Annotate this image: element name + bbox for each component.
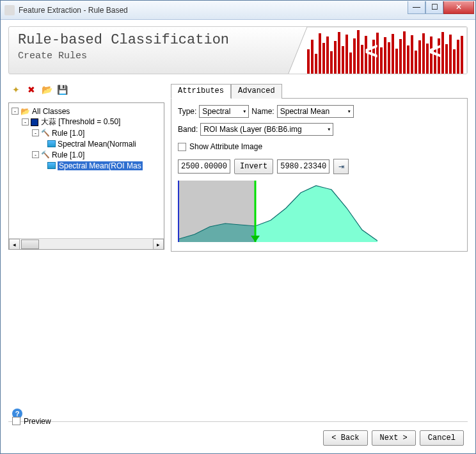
svg-rect-22	[388, 42, 390, 74]
svg-rect-7	[330, 51, 333, 74]
tree-pane: ✦ ✖ 📂 💾 -📂All Classes -大蒜 [Threshold = 0…	[8, 83, 164, 416]
tree-leaf-2-selected[interactable]: Spectral Mean(ROI Mas	[10, 160, 163, 171]
tree-root[interactable]: -📂All Classes	[10, 106, 163, 117]
invert-button[interactable]: Invert	[234, 159, 273, 174]
scroll-left-icon[interactable]: ◂	[9, 239, 20, 250]
tree-leaf-1[interactable]: Spectral Mean(Normali	[10, 138, 163, 149]
scroll-thumb[interactable]	[21, 239, 39, 249]
svg-rect-30	[418, 40, 421, 74]
svg-rect-3	[315, 54, 317, 74]
content: ✦ ✖ 📂 💾 -📂All Classes -大蒜 [Threshold = 0…	[1, 74, 475, 420]
add-class-icon[interactable]: ✦	[10, 83, 22, 96]
svg-rect-25	[399, 39, 402, 74]
preview-label: Preview	[24, 417, 51, 426]
titlebar[interactable]: Feature Extraction - Rule Based — ☐ ✕	[1, 1, 475, 20]
svg-rect-11	[345, 35, 348, 74]
svg-rect-13	[353, 38, 356, 74]
svg-rect-23	[392, 34, 394, 74]
tree-scrollbar[interactable]: ◂ ▸	[9, 238, 164, 249]
header-graphic: < <	[288, 27, 467, 74]
svg-rect-5	[322, 43, 325, 74]
svg-rect-39	[453, 49, 456, 74]
max-value-input[interactable]	[277, 159, 329, 174]
show-attribute-label: Show Attribute Image	[189, 142, 262, 151]
svg-rect-41	[461, 36, 463, 74]
svg-rect-10	[342, 46, 344, 74]
tree-rule-1[interactable]: -🔨Rule [1.0]	[10, 127, 163, 138]
attributes-pane: Attributes Advanced Type: Spectral Name:…	[171, 83, 468, 416]
type-label: Type:	[178, 107, 196, 116]
footer: Preview < Back Next > Cancel	[8, 421, 468, 453]
next-button[interactable]: Next >	[372, 430, 416, 446]
tree-rule-2[interactable]: -🔨Rule [1.0]	[10, 149, 163, 160]
svg-rect-21	[384, 37, 386, 74]
svg-rect-1	[307, 49, 310, 74]
svg-rect-4	[319, 33, 321, 74]
minimize-button[interactable]: —	[408, 1, 425, 14]
save-icon[interactable]: 💾	[56, 83, 68, 96]
page-title: Rule-based Classification	[18, 32, 229, 48]
delete-icon[interactable]: ✖	[25, 83, 38, 96]
open-folder-icon[interactable]: 📂	[40, 83, 53, 96]
svg-rect-20	[380, 47, 383, 74]
scroll-right-icon[interactable]: ▸	[153, 239, 164, 250]
svg-rect-40	[457, 40, 459, 74]
min-value-input[interactable]	[178, 159, 230, 174]
tree-toolbar: ✦ ✖ 📂 💾	[8, 83, 164, 99]
show-attribute-checkbox[interactable]	[178, 143, 186, 151]
svg-rect-2	[311, 40, 313, 74]
svg-rect-24	[395, 49, 398, 74]
svg-rect-12	[349, 53, 352, 74]
tab-advanced[interactable]: Advanced	[231, 84, 282, 99]
tab-body: Type: Spectral Name: Spectral Mean Band:…	[171, 99, 468, 252]
preview-checkbox[interactable]	[12, 417, 20, 425]
back-button[interactable]: < Back	[323, 430, 367, 446]
svg-rect-14	[357, 30, 360, 74]
svg-rect-37	[445, 44, 448, 74]
svg-rect-29	[415, 51, 417, 74]
settings-icon[interactable]: ⇥	[333, 159, 349, 174]
tree-class[interactable]: -大蒜 [Threshold = 0.50]	[10, 117, 163, 127]
svg-rect-31	[422, 33, 425, 74]
svg-rect-26	[403, 31, 406, 74]
svg-rect-9	[338, 32, 340, 74]
svg-rect-38	[449, 35, 452, 74]
page-subtitle: Create Rules	[18, 51, 229, 61]
maximize-button[interactable]: ☐	[425, 1, 443, 14]
close-button[interactable]: ✕	[443, 1, 474, 14]
histogram-chart[interactable]	[178, 181, 376, 242]
window: Feature Extraction - Rule Based — ☐ ✕ Ru…	[0, 0, 476, 454]
svg-rect-15	[361, 45, 363, 74]
svg-rect-28	[411, 35, 413, 74]
svg-text:<: <	[365, 38, 378, 64]
cancel-button[interactable]: Cancel	[420, 430, 464, 446]
window-title: Feature Extraction - Rule Based	[19, 6, 408, 15]
header: Rule-based Classification Create Rules <…	[8, 26, 468, 74]
class-tree[interactable]: -📂All Classes -大蒜 [Threshold = 0.50] -🔨R…	[8, 102, 164, 250]
app-icon	[4, 5, 15, 15]
svg-rect-8	[334, 41, 337, 74]
band-label: Band:	[178, 125, 198, 134]
tabs: Attributes Advanced	[171, 83, 468, 99]
svg-rect-6	[326, 36, 329, 74]
tab-attributes[interactable]: Attributes	[171, 84, 231, 99]
band-select[interactable]: ROI Mask (Layer (B6:B6.img	[200, 123, 333, 136]
name-select[interactable]: Spectral Mean	[277, 105, 354, 118]
svg-text:<: <	[429, 38, 442, 64]
type-select[interactable]: Spectral	[199, 105, 249, 118]
svg-rect-27	[407, 45, 409, 74]
name-label: Name:	[251, 107, 274, 116]
